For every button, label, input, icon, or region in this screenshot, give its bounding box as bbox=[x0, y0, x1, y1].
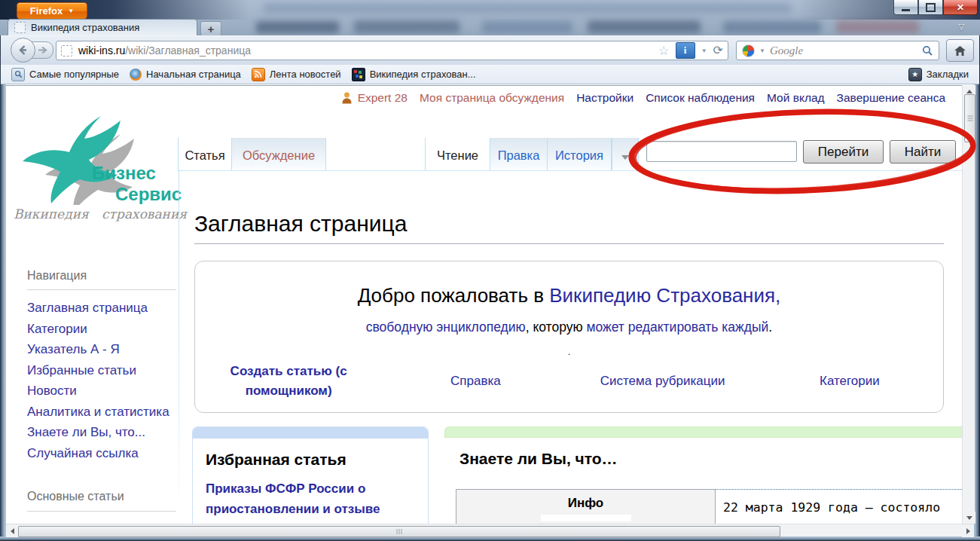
sidebar-item-news[interactable]: Новости bbox=[27, 381, 176, 402]
tab-label: Статья bbox=[185, 148, 224, 162]
welcome-heading: Добро пожаловать в Википедию Страхования… bbox=[195, 284, 943, 307]
sidebar-item-index[interactable]: Указатель А - Я bbox=[27, 339, 176, 360]
sidebar-item-random[interactable]: Случайная ссылка bbox=[27, 443, 176, 464]
dyk-text-area: 22 марта 1929 года – состояло bbox=[716, 489, 968, 525]
minimize-icon bbox=[902, 9, 910, 11]
my-talk-link[interactable]: Моя страница обсуждения bbox=[420, 91, 564, 105]
sidebar-item-analytics[interactable]: Аналитика и статистика bbox=[27, 402, 176, 423]
scroll-right-button[interactable] bbox=[962, 524, 974, 537]
did-you-know-box: Знаете ли Вы, что… Инфо 22 марта 1929 го… bbox=[444, 426, 968, 525]
welcome-sub-link1[interactable]: свободную энциклопедию bbox=[366, 319, 526, 335]
watchlist-link[interactable]: Список наблюдения bbox=[646, 91, 755, 105]
close-button[interactable]: ✕ bbox=[943, 0, 978, 15]
welcome-prefix: Добро пожаловать в bbox=[358, 284, 550, 307]
tab-actions-dropdown[interactable] bbox=[612, 138, 639, 171]
thumb-grip bbox=[397, 529, 402, 534]
bookmark-item-wiki-ins[interactable]: Википедия страхован... bbox=[349, 66, 479, 83]
page-title: Заглавная страница bbox=[194, 211, 407, 237]
site-logo[interactable]: Бизнес Сервис Википедия страхования bbox=[11, 115, 179, 220]
tab-label: Чтение bbox=[437, 148, 478, 162]
user-icon bbox=[342, 92, 352, 104]
tab-read[interactable]: Чтение bbox=[425, 138, 490, 171]
bookmark-label: Википедия страхован... bbox=[370, 69, 476, 80]
logout-link[interactable]: Завершение сеанса bbox=[837, 91, 945, 105]
horizontal-scrollbar[interactable] bbox=[6, 524, 974, 536]
scroll-down-button[interactable] bbox=[963, 512, 975, 524]
sidebar-item-categories[interactable]: Категории bbox=[27, 319, 176, 340]
browser-tab[interactable]: Википедия страхования bbox=[8, 19, 197, 35]
search-icon[interactable] bbox=[922, 45, 933, 57]
dyk-box-header: Знаете ли Вы, что… bbox=[459, 450, 968, 468]
welcome-sub-link2[interactable]: может редактировать каждый bbox=[586, 319, 768, 335]
sidebar-header-main-articles: Основные статьи bbox=[27, 490, 176, 512]
scroll-left-button[interactable] bbox=[6, 524, 18, 537]
bookmark-item-home-page[interactable]: Начальная страница bbox=[127, 67, 244, 82]
urlbar-dropdown-icon[interactable]: ▼ bbox=[701, 47, 707, 54]
wiki-search-input[interactable] bbox=[646, 141, 797, 162]
bookmark-item-popular[interactable]: Самые популярные bbox=[8, 66, 122, 83]
vertical-scroll-thumb[interactable] bbox=[964, 94, 975, 142]
new-tab-button[interactable]: + bbox=[200, 21, 221, 37]
maximize-button[interactable] bbox=[918, 0, 943, 15]
site-favicon-placeholder-icon bbox=[61, 45, 72, 57]
tabs-bottom-line bbox=[179, 170, 962, 171]
arrow-down-icon bbox=[966, 516, 972, 520]
categories-link[interactable]: Категории bbox=[756, 374, 943, 389]
url-text[interactable]: wiki-ins.ru/wiki/Заглавная_страница bbox=[78, 44, 652, 57]
vertical-scrollbar[interactable] bbox=[962, 85, 975, 524]
sidebar-divider bbox=[179, 171, 179, 514]
sidebar-item-dyk[interactable]: Знаете ли Вы, что... bbox=[27, 422, 176, 443]
bookmark-item-news-feed[interactable]: Лента новостей bbox=[249, 66, 344, 83]
chevron-down-icon: ▽ bbox=[958, 22, 964, 31]
logo-tagline: Википедия страхования bbox=[14, 206, 179, 222]
tab-talk[interactable]: Обсуждение bbox=[231, 138, 326, 171]
horizontal-scroll-thumb[interactable] bbox=[18, 526, 780, 537]
site-identity-icon[interactable]: i bbox=[676, 42, 695, 59]
browser-search-bar[interactable]: ▼ Google bbox=[736, 41, 939, 60]
welcome-box: Добро пожаловать в Википедию Страхования… bbox=[194, 261, 944, 413]
contributions-link[interactable]: Мой вклад bbox=[767, 91, 825, 105]
sidebar-item-featured[interactable]: Избранные статьи bbox=[27, 360, 176, 381]
back-button[interactable] bbox=[11, 38, 35, 63]
username-link[interactable]: Expert 28 bbox=[358, 91, 408, 105]
featured-article-link[interactable]: Приказы ФСФР России о приостановлении и … bbox=[206, 481, 380, 516]
logo-text-line1: Бизнес bbox=[92, 163, 156, 184]
rubrication-link[interactable]: Система рубрикации bbox=[569, 374, 756, 389]
list-all-tabs-button[interactable]: ▽ bbox=[958, 22, 964, 32]
bookmark-label: Начальная страница bbox=[146, 69, 241, 80]
sidebar-item-main-page[interactable]: Заглавная страница bbox=[27, 298, 176, 319]
bookmark-label: Самые популярные bbox=[29, 69, 119, 80]
wiki-site-icon bbox=[352, 68, 365, 81]
minimize-button[interactable] bbox=[893, 0, 918, 15]
tab-edit[interactable]: Правка bbox=[490, 138, 547, 171]
sidebar-navigation: Навигация Заглавная страница Категории У… bbox=[27, 269, 176, 463]
bookmarks-menu-label: Закладки bbox=[927, 69, 969, 80]
welcome-title-link[interactable]: Википедию Страхования, bbox=[549, 284, 780, 307]
search-engine-icon[interactable] bbox=[742, 44, 755, 57]
welcome-sub-end: . bbox=[768, 319, 772, 335]
sidebar-links: Заглавная страница Категории Указатель А… bbox=[27, 298, 176, 463]
tab-article[interactable]: Статья bbox=[178, 138, 231, 171]
search-engine-dropdown-icon[interactable]: ▼ bbox=[759, 47, 765, 54]
search-find-button[interactable]: Найти bbox=[890, 140, 956, 164]
browser-tab-title: Википедия страхования bbox=[31, 22, 139, 33]
rss-icon bbox=[252, 68, 265, 81]
firefox-menu-label: Firefox bbox=[30, 5, 63, 17]
help-link[interactable]: Справка bbox=[382, 374, 569, 389]
search-go-button[interactable]: Перейти bbox=[803, 140, 884, 164]
logo-text-line2: Сервис bbox=[115, 184, 182, 205]
home-button[interactable] bbox=[946, 39, 974, 62]
tab-history[interactable]: История bbox=[547, 138, 612, 171]
reload-icon[interactable]: ⟳ bbox=[713, 44, 723, 57]
bookmarks-menu-button[interactable]: ★ Закладки bbox=[905, 66, 972, 83]
preferences-link[interactable]: Настройки bbox=[576, 91, 633, 105]
firefox-menu-button[interactable]: Firefox ▼ bbox=[17, 2, 87, 20]
back-arrow-icon bbox=[17, 44, 29, 56]
tab-label: История bbox=[555, 148, 603, 162]
arrow-right-icon bbox=[966, 528, 970, 534]
bookmark-label: Лента новостей bbox=[270, 69, 341, 80]
dyk-text: 22 марта 1929 года – состояло bbox=[723, 500, 968, 515]
bookmark-star-icon[interactable]: ☆ bbox=[658, 44, 669, 57]
url-bar[interactable]: wiki-ins.ru/wiki/Заглавная_страница ☆ i … bbox=[56, 41, 728, 60]
create-article-link[interactable]: Создать статью (с помощником) bbox=[223, 362, 355, 402]
